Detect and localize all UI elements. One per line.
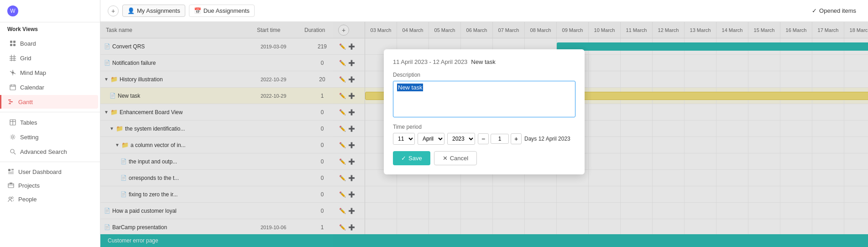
tables-label: Tables [20, 119, 37, 126]
sidebar-item-people[interactable]: People [0, 192, 100, 206]
search-icon [9, 148, 16, 155]
gantt-label: Gantt [18, 99, 33, 105]
topbar-right: ✓ Opened items [807, 5, 861, 16]
projects-icon [7, 182, 15, 189]
svg-line-26 [14, 153, 16, 155]
sidebar-divider-2 [0, 162, 100, 162]
svg-point-35 [11, 197, 13, 199]
modal-time-period-section: Time period 11 April 2023 − [393, 124, 575, 145]
days-end-label: Days 12 April 2023 [524, 136, 570, 142]
svg-rect-31 [8, 173, 14, 174]
sidebar-item-user-dashboard[interactable]: User Dashboard [0, 165, 100, 179]
setting-icon [9, 133, 16, 141]
modal-title: 11 April 2023 - 12 April 2023 New task [393, 58, 575, 65]
modal-overlay: 11 April 2023 - 12 April 2023 New task D… [100, 22, 868, 247]
svg-rect-28 [11, 169, 14, 170]
modal-footer: ✓ Save ✕ Cancel [393, 151, 575, 165]
sidebar-item-gantt[interactable]: Gantt [0, 95, 98, 109]
user-dashboard-label: User Dashboard [18, 168, 62, 175]
svg-rect-14 [10, 85, 16, 90]
my-assignments-btn[interactable]: 👤 My Assignments [122, 5, 185, 17]
stepper-minus-btn[interactable]: − [478, 133, 489, 144]
calendar-label: Calendar [20, 84, 44, 91]
svg-rect-33 [10, 183, 12, 184]
sidebar-divider-1 [0, 112, 100, 112]
grid-icon [9, 54, 16, 62]
calendar-icon [9, 84, 16, 91]
grid-label: Grid [20, 55, 31, 62]
sidebar-item-calendar[interactable]: Calendar [2, 80, 98, 94]
svg-line-12 [10, 71, 12, 73]
svg-rect-18 [8, 100, 11, 100]
svg-rect-0 [10, 41, 12, 43]
save-button[interactable]: ✓ Save [393, 151, 430, 165]
svg-point-9 [12, 72, 14, 74]
svg-rect-29 [11, 171, 14, 171]
svg-rect-20 [9, 103, 11, 104]
stepper-plus-btn[interactable]: + [511, 133, 522, 144]
due-assignments-btn[interactable]: 📅 Due Assignments [189, 5, 255, 17]
svg-rect-3 [13, 44, 16, 46]
sidebar-logo: W [0, 0, 100, 22]
sidebar-item-tables[interactable]: Tables [2, 116, 98, 129]
svg-rect-1 [13, 41, 16, 43]
dashboard-icon [7, 168, 15, 175]
modal-date-range: 11 April 2023 - 12 April 2023 [393, 58, 467, 65]
svg-rect-32 [8, 184, 14, 188]
svg-rect-27 [8, 169, 10, 171]
mindmap-label: Mind Map [20, 69, 46, 76]
stepper-value-input[interactable] [491, 134, 509, 144]
year-select[interactable]: 2023 [447, 133, 475, 145]
people-icon [7, 195, 15, 203]
svg-point-25 [10, 149, 14, 153]
sidebar-item-mindmap[interactable]: Mind Map [2, 66, 98, 79]
duration-stepper: − + [478, 133, 522, 144]
modal-time-period-label: Time period [393, 124, 575, 130]
svg-rect-2 [10, 44, 12, 46]
time-period-row: 11 April 2023 − + Days 12 [393, 133, 575, 145]
cancel-icon: ✕ [443, 155, 448, 162]
svg-point-34 [9, 197, 11, 200]
topbar: + 👤 My Assignments 📅 Due Assignments ✓ O… [100, 0, 868, 22]
people-label: People [18, 196, 37, 203]
check-icon: ✓ [401, 155, 406, 162]
advanced-search-label: Advanced Search [20, 148, 67, 155]
modal-description-section: Description New task<span class="selecte… [393, 72, 575, 117]
board-icon [9, 40, 16, 47]
modal-description-label: Description [393, 72, 575, 78]
day-select[interactable]: 11 [393, 133, 415, 145]
due-assignments-label: Due Assignments [204, 7, 250, 14]
gantt-icon [7, 98, 15, 105]
tables-icon [9, 119, 16, 126]
add-button[interactable]: + [108, 5, 119, 16]
save-label: Save [408, 155, 422, 162]
board-label: Board [20, 40, 36, 47]
mindmap-icon [9, 69, 16, 76]
sidebar-item-grid[interactable]: Grid [2, 51, 98, 65]
modal: 11 April 2023 - 12 April 2023 New task D… [384, 49, 585, 174]
main-content: + 👤 My Assignments 📅 Due Assignments ✓ O… [100, 0, 868, 247]
svg-rect-19 [9, 101, 13, 102]
svg-line-13 [14, 73, 16, 74]
month-select[interactable]: April [418, 133, 444, 145]
sidebar-section-title: Work Views [0, 22, 100, 36]
logo-icon: W [7, 5, 18, 16]
sidebar-item-projects[interactable]: Projects [0, 179, 100, 192]
setting-label: Setting [20, 134, 38, 141]
cancel-button[interactable]: ✕ Cancel [434, 151, 477, 165]
svg-point-24 [12, 136, 14, 138]
projects-label: Projects [18, 182, 40, 189]
sidebar-item-board[interactable]: Board [2, 37, 98, 50]
calendar-icon: 📅 [194, 7, 201, 14]
cancel-label: Cancel [450, 155, 468, 162]
modal-task-name: New task [471, 58, 495, 65]
svg-rect-30 [8, 172, 14, 173]
opened-items-label: Opened items [819, 7, 856, 14]
opened-items-btn[interactable]: ✓ Opened items [807, 5, 861, 16]
gantt-area: Task name Start time Duration + 📄 Conver… [100, 22, 868, 247]
sidebar-item-advanced-search[interactable]: Advanced Search [2, 145, 98, 158]
user-icon: 👤 [127, 7, 135, 14]
my-assignments-label: My Assignments [137, 7, 180, 14]
sidebar-item-setting[interactable]: Setting [2, 130, 98, 144]
sidebar: W Work Views Board Grid [0, 0, 100, 247]
